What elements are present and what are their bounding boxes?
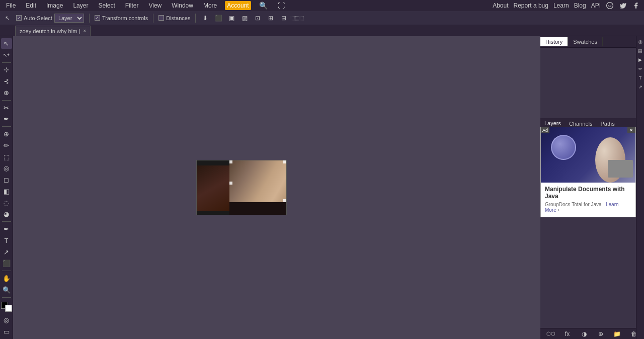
options-sep-2 <box>153 14 153 23</box>
pen-tool[interactable]: ✒ <box>1 224 12 234</box>
tool-sep-4 <box>2 221 11 222</box>
about-link[interactable]: About <box>493 2 508 9</box>
tool-sep-3 <box>2 126 11 127</box>
align-center-icon[interactable]: ▣ <box>227 14 236 23</box>
align-middle-icon[interactable]: ⊞ <box>266 14 275 23</box>
right-icon-5[interactable]: T <box>637 74 644 81</box>
tool-sep-5 <box>2 271 11 271</box>
color-swatches <box>1 302 12 312</box>
align-download-icon[interactable]: ⬇ <box>201 14 210 23</box>
menu-account[interactable]: Account <box>225 1 251 10</box>
hand-tool[interactable]: ✋ <box>1 273 12 284</box>
right-icon-2[interactable]: ▤ <box>637 47 644 54</box>
right-icon-3[interactable]: ▶ <box>637 56 644 63</box>
marquee-tool[interactable]: ⊹ <box>1 64 12 75</box>
lasso-tool[interactable]: ⊰ <box>1 76 12 87</box>
menu-select[interactable]: Select <box>96 1 117 10</box>
layer-style-btn[interactable]: fx <box>563 329 572 338</box>
menu-layer[interactable]: Layer <box>71 1 90 10</box>
adjustment-layer-btn[interactable]: ⊕ <box>596 329 605 338</box>
eyedropper-tool[interactable]: ✒ <box>1 114 12 124</box>
menu-items: File Edit Image Layer Select Filter View… <box>4 1 287 11</box>
align-bottom-icon[interactable]: ⊟ <box>279 14 288 23</box>
ad-panel: Ad ✕ Manipulate Documents with Java Grou… <box>540 127 636 217</box>
ad-laptop-graphic <box>608 160 633 178</box>
top-right-links: About Report a bug Learn Blog API <box>493 2 640 10</box>
auto-select-checkbox[interactable] <box>16 15 22 21</box>
path-select-tool[interactable]: ↗ <box>1 247 12 258</box>
menu-more[interactable]: More <box>201 1 219 10</box>
photo-left <box>197 165 229 211</box>
menu-edit[interactable]: Edit <box>24 1 38 10</box>
arrange-icon[interactable]: ⬚⬚⬚ <box>292 14 301 23</box>
photo-bottom-strip <box>229 202 287 215</box>
learn-link[interactable]: Learn <box>553 2 569 9</box>
menu-filter[interactable]: Filter <box>123 1 141 10</box>
fullscreen-icon[interactable]: ⛶ <box>276 1 287 11</box>
ad-arrow-icon: › <box>558 207 559 213</box>
quick-mask-icon[interactable]: ◎ <box>1 315 12 325</box>
ad-globe-graphic <box>551 135 576 160</box>
right-icon-1[interactable]: ◎ <box>637 38 644 45</box>
selection-handle-tr <box>283 160 286 163</box>
magic-wand-tool[interactable]: ⊕ <box>1 88 12 98</box>
active-tab[interactable]: zoey deutch in why him | × <box>15 26 91 36</box>
api-link[interactable]: API <box>591 2 601 9</box>
menu-file[interactable]: File <box>4 1 18 10</box>
right-icon-6[interactable]: ↗ <box>637 83 644 91</box>
transform-controls-checkbox[interactable] <box>95 15 100 21</box>
brush-tool[interactable]: ✏ <box>1 140 12 151</box>
menu-view[interactable]: View <box>146 1 164 10</box>
move-tool-icon[interactable]: ↖ <box>3 14 12 23</box>
eraser-tool[interactable]: ◻ <box>1 175 12 185</box>
history-tab[interactable]: History <box>540 37 568 46</box>
ad-close-button[interactable]: ✕ <box>627 127 635 133</box>
align-right-icon[interactable]: ▨ <box>240 14 249 23</box>
blog-link[interactable]: Blog <box>574 2 586 9</box>
new-group-btn[interactable]: 📁 <box>613 329 622 338</box>
distances-checkbox[interactable] <box>158 15 164 21</box>
layer-mask-btn[interactable]: ◑ <box>580 329 589 338</box>
history-panel-tabs: History Swatches ☰ <box>540 36 644 47</box>
right-icons-column: ◎ ▤ ▶ ✏ T ↗ <box>636 36 644 339</box>
report-bug-link[interactable]: Report a bug <box>514 2 548 9</box>
auto-select-dropdown[interactable]: Layer Group <box>54 14 84 23</box>
distances-label: Distances <box>166 15 190 21</box>
search-icon[interactable]: 🔍 <box>257 1 270 11</box>
stamp-tool[interactable]: ⬚ <box>1 152 12 162</box>
facebook-icon[interactable] <box>632 2 640 10</box>
tab-close-button[interactable]: × <box>83 28 86 34</box>
background-color[interactable] <box>5 305 12 312</box>
shape-tool[interactable]: ⬛ <box>1 259 12 269</box>
options-sep-1 <box>89 14 90 23</box>
svg-point-0 <box>607 3 613 9</box>
canvas-content <box>196 160 287 215</box>
swatches-tab[interactable]: Swatches <box>568 37 603 46</box>
selection-tool[interactable]: ↖+ <box>1 50 12 60</box>
zoom-tool[interactable]: 🔍 <box>1 285 12 295</box>
right-icon-4[interactable]: ✏ <box>637 65 644 72</box>
dodge-tool[interactable]: ◕ <box>1 209 12 220</box>
history-brush-tool[interactable]: ◎ <box>1 163 12 174</box>
gradient-tool[interactable]: ◧ <box>1 186 12 197</box>
blur-tool[interactable]: ◌ <box>1 198 12 208</box>
menu-image[interactable]: Image <box>44 1 65 10</box>
twitter-icon[interactable] <box>619 2 627 10</box>
heal-tool[interactable]: ⊕ <box>1 129 12 139</box>
tab-label: zoey deutch in why him | <box>20 28 80 34</box>
crop-tool[interactable]: ✂ <box>1 103 12 113</box>
canvas-area[interactable] <box>13 36 540 339</box>
link-layers-btn[interactable]: ⬡⬡ <box>546 329 555 338</box>
canvas-image <box>196 160 287 215</box>
photo-right <box>229 160 287 203</box>
move-tool[interactable]: ↖ <box>1 38 12 49</box>
reddit-icon[interactable] <box>606 2 614 10</box>
menu-bar: File Edit Image Layer Select Filter View… <box>0 0 644 11</box>
align-top-icon[interactable]: ⊡ <box>253 14 262 23</box>
text-tool[interactable]: T <box>1 235 12 246</box>
screen-mode-icon[interactable]: ▭ <box>1 326 12 337</box>
options-bar: ↖ Auto-Select Layer Group Transform cont… <box>0 11 644 25</box>
main-layout: ↖ ↖+ ⊹ ⊰ ⊕ ✂ ✒ ⊕ ✏ ⬚ ◎ ◻ ◧ ◌ ◕ ✒ T ↗ ⬛ ✋… <box>0 36 644 339</box>
menu-window[interactable]: Window <box>170 1 195 10</box>
align-left-icon[interactable]: ⬛ <box>214 14 223 23</box>
